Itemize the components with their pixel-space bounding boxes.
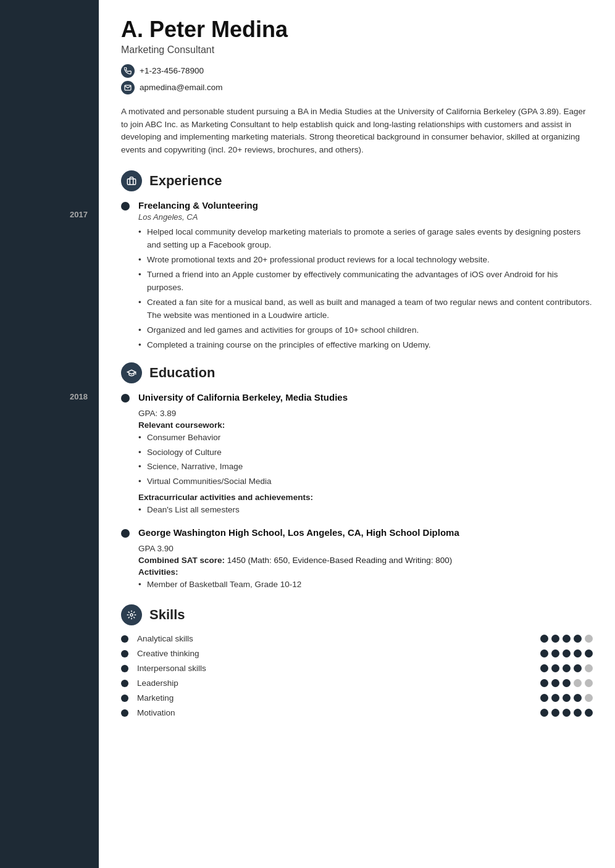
dot-f [563, 679, 571, 687]
resume-job-title: Marketing Consultant [121, 44, 593, 56]
resume-header: A. Peter Medina Marketing Consultant +1-… [121, 17, 593, 94]
bullet-2: Turned a friend into an Apple customer b… [138, 269, 593, 294]
skill-bullet-1 [121, 650, 128, 657]
bullet-5: Completed a training course on the princ… [138, 339, 593, 352]
edu-title-1: George Washington High School, Los Angel… [138, 527, 593, 538]
coursework-3: Virtual Communities/Social Media [138, 475, 593, 488]
dot-f [551, 694, 559, 702]
dot-f [540, 679, 548, 687]
svg-point-1 [130, 614, 133, 616]
experience-section-header: Experience [121, 170, 593, 191]
timeline-dot-edu-0 [121, 394, 130, 403]
bullet-3: Created a fan site for a musical band, a… [138, 296, 593, 322]
experience-item-location: Los Angeles, CA [138, 212, 593, 222]
skill-bullet-5 [121, 709, 128, 717]
dot-f [551, 635, 559, 643]
dot-f [540, 664, 548, 672]
dot-e [574, 679, 582, 687]
svg-rect-0 [127, 179, 135, 185]
sidebar: 2017 2018 [0, 0, 99, 868]
skill-name-2: Interpersonal skills [137, 664, 532, 673]
skill-bullet-2 [121, 665, 128, 672]
dot-f [574, 649, 582, 657]
skill-row-3: Leadership [121, 678, 593, 688]
education-item-0: University of California Berkeley, Media… [121, 392, 593, 519]
experience-bullets: Helped local community develop marketing… [138, 226, 593, 351]
email-row: apmedina@email.com [121, 81, 593, 94]
dot-f [574, 709, 582, 717]
sidebar-year-2017: 2017 [70, 210, 88, 219]
skill-bullet-3 [121, 680, 128, 687]
bullet-4: Organized and led games and activities f… [138, 324, 593, 337]
skill-name-0: Analytical skills [137, 634, 532, 643]
education-content-1: George Washington High School, Los Angel… [138, 527, 593, 593]
edu-coursework-list: Consumer Behavior Sociology of Culture S… [138, 432, 593, 489]
sidebar-year-2018: 2018 [70, 392, 88, 401]
timeline-dot [121, 202, 130, 211]
skill-bullet-4 [121, 695, 128, 702]
edu-activities-label-0: Extracurricular activities and achieveme… [138, 493, 593, 502]
experience-content: Freelancing & Volunteering Los Angeles, … [138, 200, 593, 353]
dot-f [540, 709, 548, 717]
email-address: apmedina@email.com [140, 83, 223, 92]
phone-row: +1-23-456-78900 [121, 64, 593, 78]
skill-name-3: Leadership [137, 678, 532, 688]
skill-row-0: Analytical skills [121, 634, 593, 643]
skills-list: Analytical skills Creative thinking [121, 634, 593, 717]
edu-activities-list-1: Member of Basketball Team, Grade 10-12 [138, 578, 593, 591]
edu-sat-label: Combined SAT score: [138, 556, 225, 565]
education-item-1: George Washington High School, Los Angel… [121, 527, 593, 593]
skill-row-2: Interpersonal skills [121, 664, 593, 673]
dot-f [574, 664, 582, 672]
dot-f [540, 635, 548, 643]
dot-f [574, 635, 582, 643]
dot-f [563, 664, 571, 672]
email-icon [121, 81, 135, 94]
experience-item-title: Freelancing & Volunteering [138, 200, 593, 211]
coursework-1: Sociology of Culture [138, 446, 593, 459]
skill-row-4: Marketing [121, 693, 593, 703]
edu-activities-label-1: Activities: [138, 567, 593, 577]
phone-number: +1-23-456-78900 [140, 66, 204, 75]
dot-f [551, 709, 559, 717]
dot-f [540, 649, 548, 657]
edu-activities-list-0: Dean's List all semesters [138, 504, 593, 517]
dot-e [585, 664, 593, 672]
education-content-0: University of California Berkeley, Media… [138, 392, 593, 519]
experience-icon [121, 170, 142, 191]
experience-title: Experience [149, 173, 222, 189]
education-icon [121, 362, 142, 383]
skill-rating-1 [540, 649, 593, 657]
skill-name-1: Creative thinking [137, 649, 532, 658]
dot-f [563, 709, 571, 717]
education-section-header: Education [121, 362, 593, 383]
skill-name-4: Marketing [137, 693, 532, 703]
dot-f [551, 649, 559, 657]
skill-rating-4 [540, 694, 593, 702]
dot-e [585, 694, 593, 702]
skill-name-5: Motivation [137, 708, 532, 717]
dot-e [585, 635, 593, 643]
phone-icon [121, 64, 135, 78]
edu-gpa-0: GPA: 3.89 [138, 409, 593, 418]
dot-e [585, 679, 593, 687]
edu-coursework-label: Relevant coursework: [138, 420, 593, 430]
dot-f [563, 694, 571, 702]
skill-row-5: Motivation [121, 708, 593, 717]
edu-activity-1-0: Member of Basketball Team, Grade 10-12 [138, 578, 593, 591]
coursework-0: Consumer Behavior [138, 432, 593, 444]
skill-rating-0 [540, 635, 593, 643]
education-title: Education [149, 365, 215, 381]
skill-rating-5 [540, 709, 593, 717]
bullet-1: Wrote promotional texts and 20+ professi… [138, 254, 593, 267]
skill-rating-2 [540, 664, 593, 672]
coursework-2: Science, Narrative, Image [138, 461, 593, 474]
dot-f [551, 664, 559, 672]
dot-f [563, 649, 571, 657]
experience-item-0: Freelancing & Volunteering Los Angeles, … [121, 200, 593, 353]
skills-icon [121, 604, 142, 625]
dot-f [585, 649, 593, 657]
bullet-0: Helped local community develop marketing… [138, 226, 593, 252]
skill-bullet-0 [121, 635, 128, 643]
edu-title-0: University of California Berkeley, Media… [138, 392, 593, 403]
